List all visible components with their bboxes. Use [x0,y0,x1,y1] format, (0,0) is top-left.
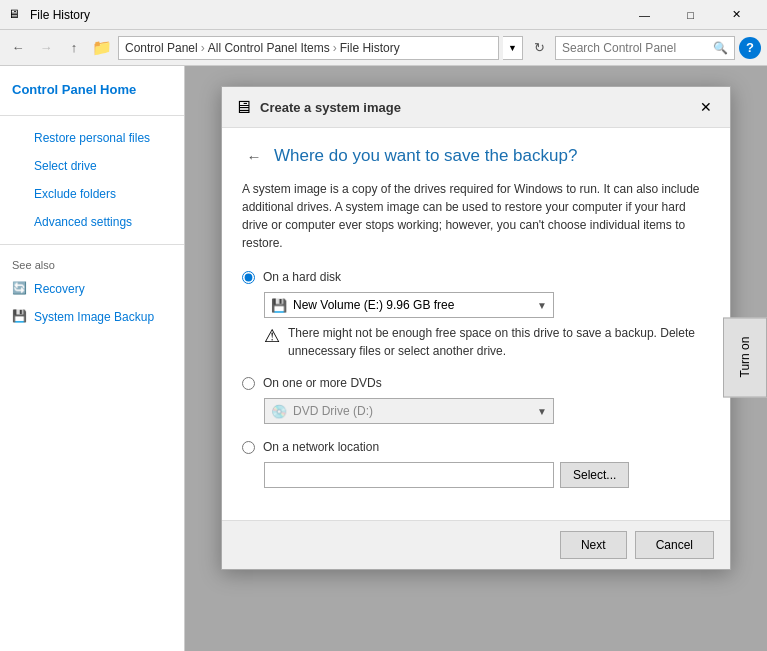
hard-disk-radio[interactable] [242,271,255,284]
folder-icon: 📁 [92,38,112,57]
sidebar-item-select-drive[interactable]: Select drive [0,152,184,180]
sidebar-item-system-image[interactable]: 💾 System Image Backup [0,303,184,331]
title-bar: 🖥 File History — □ ✕ [0,0,767,30]
dialog-description: A system image is a copy of the drives r… [242,180,710,252]
system-image-icon: 💾 [12,309,28,325]
address-path[interactable]: Control Panel › All Control Panel Items … [118,36,499,60]
sidebar-item-advanced-settings[interactable]: Advanced settings [0,208,184,236]
address-bar: ← → ↑ 📁 Control Panel › All Control Pane… [0,30,767,66]
drive-icon [12,158,28,174]
next-button[interactable]: Next [560,531,627,559]
minimize-button[interactable]: — [622,0,667,30]
dvd-radio-label[interactable]: On one or more DVDs [242,376,710,390]
hard-disk-radio-label[interactable]: On a hard disk [242,270,710,284]
network-location-input[interactable] [264,462,554,488]
hard-disk-dropdown-icon: 💾 [271,298,287,313]
dialog-footer: Next Cancel [222,520,730,569]
network-radio[interactable] [242,441,255,454]
hard-disk-dropdown-value: New Volume (E:) 9.96 GB free [293,298,454,312]
hard-disk-dropdown-arrow: ▼ [537,300,547,311]
maximize-button[interactable]: □ [668,0,713,30]
sidebar: Control Panel Home Restore personal file… [0,66,185,651]
dvd-dropdown: 💿 DVD Drive (D:) ▼ [264,398,554,424]
main-layout: Control Panel Home Restore personal file… [0,66,767,651]
sidebar-item-restore[interactable]: Restore personal files [0,124,184,152]
sidebar-home-link[interactable]: Control Panel Home [0,78,184,107]
window-close-button[interactable]: ✕ [714,0,759,30]
help-button[interactable]: ? [739,37,761,59]
sidebar-divider-2 [0,244,184,245]
dvd-dropdown-arrow: ▼ [537,406,547,417]
forward-button[interactable]: → [34,36,58,60]
warning-text: There might not be enough free space on … [288,324,710,360]
title-bar-controls: — □ ✕ [622,0,759,30]
dvd-dropdown-value: DVD Drive (D:) [293,404,373,418]
hard-disk-warning-row: ⚠ There might not be enough free space o… [264,324,710,360]
dvd-dropdown-inner: 💿 DVD Drive (D:) [271,404,373,419]
network-label: On a network location [263,440,379,454]
path-separator-1: › [201,41,205,55]
dialog-title-icon: 🖥 [234,97,252,118]
network-input-row: Select... [264,462,710,488]
restore-icon [12,130,28,146]
network-radio-label[interactable]: On a network location [242,440,710,454]
dialog-back-button[interactable]: ← [242,144,266,168]
hard-disk-label: On a hard disk [263,270,341,284]
folder-exclude-icon [12,186,28,202]
app-icon: 🖥 [8,7,24,23]
hard-disk-dropdown-row: 💾 New Volume (E:) 9.96 GB free ▼ [264,292,710,318]
window-title: File History [30,8,90,22]
hard-disk-option-group: On a hard disk 💾 New Volume (E:) 9.96 GB… [242,270,710,360]
path-part3: File History [340,41,400,55]
path-part2: All Control Panel Items [208,41,330,55]
recovery-icon: 🔄 [12,281,28,297]
sidebar-item-recovery[interactable]: 🔄 Recovery [0,275,184,303]
path-separator-2: › [333,41,337,55]
dvd-dropdown-icon: 💿 [271,404,287,419]
dvd-label: On one or more DVDs [263,376,382,390]
settings-icon [12,214,28,230]
create-system-image-dialog: 🖥 Create a system image ✕ ← Where do you… [221,86,731,570]
back-button[interactable]: ← [6,36,30,60]
address-dropdown[interactable]: ▼ [503,36,523,60]
search-icon: 🔍 [713,41,728,55]
dialog-title-text: Create a system image [260,100,401,115]
sidebar-item-exclude-folders[interactable]: Exclude folders [0,180,184,208]
up-button[interactable]: ↑ [62,36,86,60]
content-area: Turn on 🖥 Create a system image ✕ ← Wh [185,66,767,651]
dialog-close-button[interactable]: ✕ [694,95,718,119]
dvd-radio[interactable] [242,377,255,390]
dialog-nav-row: ← Where do you want to save the backup? [242,144,710,168]
network-option-group: On a network location Select... [242,440,710,488]
hard-disk-dropdown-inner: 💾 New Volume (E:) 9.96 GB free [271,298,454,313]
dialog-title-bar: 🖥 Create a system image ✕ [222,87,730,128]
warning-icon: ⚠ [264,325,280,347]
search-input[interactable] [562,41,709,55]
dialog-body: ← Where do you want to save the backup? … [222,128,730,520]
turn-on-button[interactable]: Turn on [723,317,767,397]
sidebar-divider-1 [0,115,184,116]
hard-disk-dropdown[interactable]: 💾 New Volume (E:) 9.96 GB free ▼ [264,292,554,318]
cancel-button[interactable]: Cancel [635,531,714,559]
path-part1: Control Panel [125,41,198,55]
dialog-overlay: 🖥 Create a system image ✕ ← Where do you… [185,66,767,651]
see-also-label: See also [0,253,184,275]
dvd-dropdown-row: 💿 DVD Drive (D:) ▼ [264,398,710,424]
network-select-button[interactable]: Select... [560,462,629,488]
dialog-title-left: 🖥 Create a system image [234,97,401,118]
turn-on-area: Turn on [723,317,767,400]
dialog-heading: Where do you want to save the backup? [274,146,577,166]
refresh-button[interactable]: ↻ [527,36,551,60]
dvd-option-group: On one or more DVDs 💿 DVD Drive (D:) ▼ [242,376,710,424]
search-box[interactable]: 🔍 [555,36,735,60]
